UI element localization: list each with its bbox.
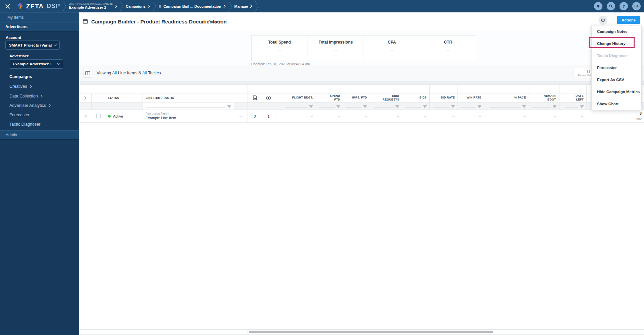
sidebar-item-campaigns[interactable]: Campaigns	[9, 74, 32, 79]
filter-icon[interactable]	[478, 105, 481, 108]
zeta-dsp-logo: ZETA DSP	[16, 2, 60, 10]
chevron-right-icon	[85, 114, 87, 118]
breadcrumb-advertiser[interactable]: SMART PROJECTS (VARIABLE MARGIN) Example…	[69, 3, 117, 10]
sidebar-item-tactic-diagnoser[interactable]: Tactic Diagnoser	[9, 122, 40, 127]
actions-button[interactable]: Actions	[617, 16, 640, 24]
sidebar-item-my-items[interactable]: My Items	[0, 12, 79, 22]
column-header-bid-rate[interactable]: BID RATE	[430, 93, 458, 102]
breadcrumb-campaigns[interactable]: Campaigns	[126, 4, 150, 8]
filter-pace[interactable]	[484, 103, 529, 110]
question-icon: ?	[623, 4, 625, 8]
columns-icon	[85, 71, 90, 75]
filter-icon[interactable]	[580, 105, 584, 108]
column-header-flight-budget[interactable]: FLIGHT BDGT.	[275, 93, 316, 102]
column-header-creatives[interactable]	[248, 93, 262, 102]
cell-spend-ftd: –	[316, 110, 343, 122]
menu-item-forecaster[interactable]: Forecaster	[592, 62, 641, 74]
notifications-button[interactable]	[594, 2, 602, 10]
filter-icon[interactable]	[451, 105, 455, 108]
filter-icon[interactable]	[336, 105, 340, 108]
all-tactics-link[interactable]: All	[142, 71, 147, 75]
creative-file-icon	[253, 95, 257, 100]
menu-item-campaign-notes[interactable]: Campaign Notes	[592, 25, 641, 38]
calendar-icon	[83, 18, 88, 24]
filter-remaining-budget[interactable]	[529, 103, 559, 110]
scrollbar-thumb[interactable]	[249, 331, 493, 333]
chevron-right-icon	[84, 96, 87, 100]
search-button[interactable]	[607, 2, 615, 10]
filter-icon[interactable]	[363, 105, 367, 108]
filter-icon[interactable]	[423, 105, 427, 108]
row-menu-icon[interactable]: •••	[238, 115, 243, 118]
select-all-checkbox[interactable]	[96, 96, 100, 100]
metric-ctr: CTR --	[420, 36, 476, 61]
column-header-win-rate[interactable]: WIN RATE	[458, 93, 484, 102]
help-button[interactable]: ?	[620, 2, 628, 10]
filter-icon[interactable]	[553, 105, 556, 108]
column-header-bids[interactable]: BIDS	[402, 93, 430, 102]
bell-icon	[596, 4, 600, 8]
advertiser-select[interactable]: Example Advertiser 1	[9, 59, 63, 69]
column-header-remaining-budget[interactable]: REMAIN. BDGT.	[529, 93, 559, 102]
table-toolbar: Viewing All Line Items & All Tactics Pau…	[79, 65, 644, 81]
menu-item-tactic-diagnoser: Tactic Diagnoser	[592, 50, 641, 62]
breadcrumb-campaign[interactable]: Campaign Buil ... Documentation	[159, 4, 225, 8]
row-checkbox[interactable]	[96, 114, 101, 118]
filter-win-rate[interactable]	[458, 103, 484, 110]
breadcrumb-separator	[254, 0, 259, 12]
column-header-line-item[interactable]: LINE ITEM / TACTIC	[143, 93, 234, 102]
filter-imps-ftd[interactable]	[343, 103, 370, 110]
filter-flight-budget[interactable]	[275, 103, 316, 110]
menu-item-show-chart[interactable]: Show Chart	[592, 98, 641, 110]
all-line-items-link[interactable]: All	[112, 71, 117, 75]
account-select[interactable]: SMART Projects (Variable M...	[5, 41, 60, 50]
sidebar-item-forecaster[interactable]: Forecaster	[9, 113, 30, 117]
line-item-name[interactable]: Example Line Item	[146, 116, 176, 121]
filter-ebid-requests[interactable]	[370, 103, 402, 110]
filter-icon[interactable]	[309, 105, 313, 108]
column-settings-button[interactable]	[83, 69, 92, 78]
menu-item-export-as-csv[interactable]: Export As CSV	[592, 74, 641, 86]
column-header-imps-ftd[interactable]: IMPS. FTD	[343, 93, 370, 102]
cell-goal-partial: $ Imp	[587, 110, 644, 122]
sidebar-item-advertisers[interactable]: Advertisers	[0, 22, 79, 31]
filter-line-item[interactable]	[143, 103, 234, 110]
menu-item-hide-campaign-metrics[interactable]: Hide Campaign Metrics	[592, 86, 641, 98]
column-header-status[interactable]: STATUS	[105, 93, 143, 102]
column-header-ebid-requests[interactable]: EBID REQUESTS	[370, 93, 402, 102]
filter-icon[interactable]	[522, 105, 526, 108]
filter-days-left[interactable]	[559, 103, 587, 110]
column-header-spend-ftd[interactable]: SPEND FTD	[316, 93, 343, 102]
column-header-tactics[interactable]	[262, 93, 275, 102]
filter-bid-rate[interactable]	[430, 103, 458, 110]
row-line-item[interactable]: (No active flight) Example Line Item	[143, 110, 234, 122]
filter-icon[interactable]	[395, 105, 399, 108]
expand-all-toggle[interactable]	[79, 93, 92, 102]
avatar-initials: L&	[634, 4, 639, 8]
sidebar-item-creatives[interactable]: Creatives	[9, 84, 32, 89]
settings-button[interactable]: ⚙	[598, 16, 607, 25]
table-filter-row	[79, 103, 644, 110]
filter-icon[interactable]	[227, 105, 231, 108]
close-icon[interactable]	[4, 3, 11, 10]
column-header-days-left[interactable]: DAYS LEFT	[559, 93, 587, 102]
breadcrumb-separator	[152, 0, 157, 12]
user-avatar[interactable]: L&	[632, 2, 641, 10]
filter-spend-ftd[interactable]	[316, 103, 343, 110]
menu-item-change-history[interactable]: Change History	[592, 38, 641, 50]
sidebar-item-advertiser-analytics[interactable]: Advertiser Analytics	[9, 103, 51, 108]
sidebar-item-data-collection[interactable]: Data Collection	[9, 94, 43, 98]
column-header-pace[interactable]: % PACE	[484, 93, 529, 102]
horizontal-scrollbar[interactable]	[79, 329, 644, 334]
sidebar-item-admin[interactable]: Admin	[0, 130, 79, 140]
filter-bids[interactable]	[402, 103, 430, 110]
chevron-right-icon	[115, 4, 117, 8]
row-expander[interactable]	[79, 110, 92, 122]
cell-bids: –	[402, 110, 430, 122]
top-bar: ZETA DSP SMART PROJECTS (VARIABLE MARGIN…	[0, 0, 644, 12]
campaign-status-badge: Paused	[203, 20, 221, 24]
viewing-filter-summary: Viewing All Line Items & All Tactics	[97, 71, 161, 75]
breadcrumb-manage[interactable]: Manage	[234, 4, 253, 8]
chevron-right-icon	[223, 4, 226, 8]
paused-status-label: Paused	[208, 20, 221, 24]
